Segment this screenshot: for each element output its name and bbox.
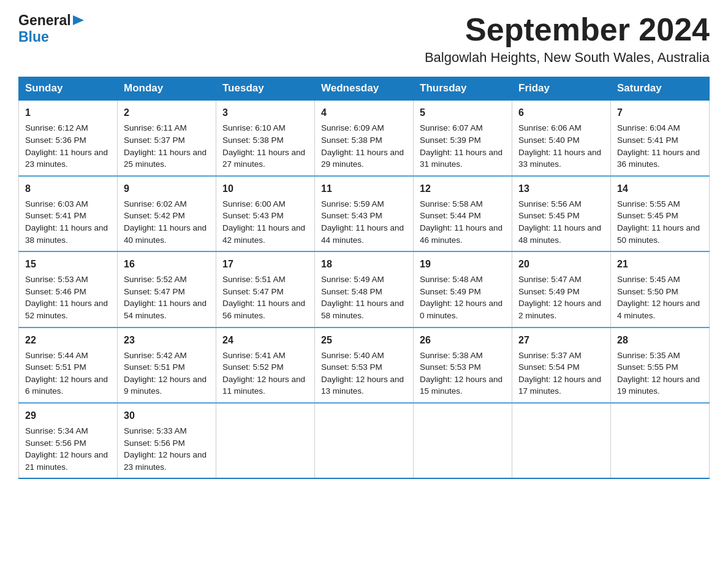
- daylight-text: Daylight: 11 hours and 52 minutes.: [25, 299, 108, 320]
- calendar-cell: 25Sunrise: 5:40 AMSunset: 5:53 PMDayligh…: [315, 327, 414, 403]
- daylight-text: Daylight: 11 hours and 50 minutes.: [617, 223, 700, 245]
- calendar-table: Sunday Monday Tuesday Wednesday Thursday…: [18, 77, 710, 479]
- calendar-cell: 23Sunrise: 5:42 AMSunset: 5:51 PMDayligh…: [118, 327, 216, 403]
- calendar-cell: 28Sunrise: 5:35 AMSunset: 5:55 PMDayligh…: [611, 327, 710, 403]
- sunrise-text: Sunrise: 5:55 AM: [617, 199, 680, 209]
- calendar-cell: 12Sunrise: 5:58 AMSunset: 5:44 PMDayligh…: [414, 176, 512, 251]
- sunset-text: Sunset: 5:55 PM: [617, 362, 678, 372]
- day-number: 24: [222, 333, 308, 347]
- day-number: 15: [25, 257, 111, 271]
- sunrise-text: Sunrise: 5:33 AM: [124, 426, 187, 435]
- daylight-text: Daylight: 12 hours and 2 minutes.: [518, 299, 601, 320]
- day-number: 25: [321, 333, 407, 347]
- calendar-cell: 17Sunrise: 5:51 AMSunset: 5:47 PMDayligh…: [216, 251, 315, 327]
- daylight-text: Daylight: 11 hours and 46 minutes.: [420, 223, 502, 245]
- daylight-text: Daylight: 11 hours and 27 minutes.: [222, 148, 305, 169]
- sunset-text: Sunset: 5:39 PM: [420, 136, 481, 145]
- calendar-cell: 3Sunrise: 6:10 AMSunset: 5:38 PMDaylight…: [216, 100, 315, 175]
- calendar-cell: 13Sunrise: 5:56 AMSunset: 5:45 PMDayligh…: [512, 176, 611, 251]
- daylight-text: Daylight: 12 hours and 17 minutes.: [518, 375, 601, 396]
- sunset-text: Sunset: 5:45 PM: [518, 211, 580, 220]
- col-monday: Monday: [118, 77, 216, 101]
- day-number: 6: [518, 105, 604, 120]
- calendar-cell: 11Sunrise: 5:59 AMSunset: 5:43 PMDayligh…: [315, 176, 414, 251]
- daylight-text: Daylight: 11 hours and 31 minutes.: [420, 148, 502, 169]
- calendar-cell: [512, 403, 611, 478]
- logo-triangle-icon: [73, 14, 84, 26]
- sunset-text: Sunset: 5:46 PM: [25, 287, 86, 296]
- page-container: General Blue September 2024 Balgowlah He…: [18, 12, 710, 479]
- sunset-text: Sunset: 5:50 PM: [617, 287, 678, 296]
- calendar-cell: 27Sunrise: 5:37 AMSunset: 5:54 PMDayligh…: [512, 327, 611, 403]
- daylight-text: Daylight: 12 hours and 9 minutes.: [124, 375, 207, 396]
- sunset-text: Sunset: 5:56 PM: [25, 439, 86, 448]
- day-number: 29: [25, 408, 111, 423]
- sunrise-text: Sunrise: 5:48 AM: [420, 275, 483, 284]
- sunrise-text: Sunrise: 5:41 AM: [222, 351, 286, 360]
- daylight-text: Daylight: 12 hours and 6 minutes.: [25, 375, 108, 396]
- sunrise-text: Sunrise: 5:56 AM: [518, 199, 582, 209]
- sunset-text: Sunset: 5:53 PM: [420, 362, 481, 372]
- sunrise-text: Sunrise: 6:07 AM: [420, 123, 483, 132]
- calendar-cell: [414, 403, 512, 478]
- day-number: 11: [321, 182, 407, 196]
- sunrise-text: Sunrise: 6:00 AM: [222, 199, 286, 209]
- daylight-text: Daylight: 12 hours and 4 minutes.: [617, 299, 700, 320]
- daylight-text: Daylight: 12 hours and 19 minutes.: [617, 375, 700, 396]
- col-friday: Friday: [512, 77, 611, 101]
- daylight-text: Daylight: 11 hours and 23 minutes.: [25, 148, 108, 169]
- week-row-3: 15Sunrise: 5:53 AMSunset: 5:46 PMDayligh…: [19, 251, 710, 327]
- col-saturday: Saturday: [611, 77, 710, 101]
- sunrise-text: Sunrise: 5:42 AM: [124, 351, 187, 360]
- daylight-text: Daylight: 11 hours and 40 minutes.: [124, 223, 207, 245]
- day-number: 16: [124, 257, 210, 271]
- day-number: 10: [222, 182, 308, 196]
- col-sunday: Sunday: [19, 77, 118, 101]
- day-number: 17: [222, 257, 308, 271]
- sunset-text: Sunset: 5:41 PM: [25, 211, 86, 220]
- calendar-cell: 22Sunrise: 5:44 AMSunset: 5:51 PMDayligh…: [19, 327, 118, 403]
- calendar-cell: [315, 403, 414, 478]
- calendar-cell: 4Sunrise: 6:09 AMSunset: 5:38 PMDaylight…: [315, 100, 414, 175]
- day-number: 1: [25, 105, 111, 120]
- day-number: 28: [617, 333, 703, 347]
- sunset-text: Sunset: 5:45 PM: [617, 211, 678, 220]
- sunrise-text: Sunrise: 5:52 AM: [124, 275, 187, 284]
- sunset-text: Sunset: 5:38 PM: [321, 136, 382, 145]
- sunset-text: Sunset: 5:49 PM: [518, 287, 580, 296]
- sunrise-text: Sunrise: 5:40 AM: [321, 351, 384, 360]
- daylight-text: Daylight: 12 hours and 11 minutes.: [222, 375, 305, 396]
- daylight-text: Daylight: 12 hours and 21 minutes.: [25, 450, 108, 472]
- daylight-text: Daylight: 11 hours and 33 minutes.: [518, 148, 601, 169]
- sunrise-text: Sunrise: 6:02 AM: [124, 199, 187, 209]
- calendar-cell: 8Sunrise: 6:03 AMSunset: 5:41 PMDaylight…: [19, 176, 118, 251]
- sunrise-text: Sunrise: 5:59 AM: [321, 199, 384, 209]
- daylight-text: Daylight: 11 hours and 44 minutes.: [321, 223, 404, 245]
- location-title: Balgowlah Heights, New South Wales, Aust…: [425, 50, 710, 66]
- calendar-body: 1Sunrise: 6:12 AMSunset: 5:36 PMDaylight…: [19, 100, 710, 478]
- day-number: 30: [124, 408, 210, 423]
- sunset-text: Sunset: 5:37 PM: [124, 136, 185, 145]
- sunset-text: Sunset: 5:44 PM: [420, 211, 481, 220]
- day-number: 2: [124, 105, 210, 120]
- calendar-cell: 19Sunrise: 5:48 AMSunset: 5:49 PMDayligh…: [414, 251, 512, 327]
- calendar-cell: 9Sunrise: 6:02 AMSunset: 5:42 PMDaylight…: [118, 176, 216, 251]
- sunset-text: Sunset: 5:40 PM: [518, 136, 580, 145]
- logo-general-text: General: [18, 12, 71, 29]
- day-number: 9: [124, 182, 210, 196]
- day-number: 22: [25, 333, 111, 347]
- sunrise-text: Sunrise: 5:58 AM: [420, 199, 483, 209]
- sunset-text: Sunset: 5:36 PM: [25, 136, 86, 145]
- calendar-cell: [611, 403, 710, 478]
- sunrise-text: Sunrise: 6:03 AM: [25, 199, 88, 209]
- sunrise-text: Sunrise: 5:35 AM: [617, 351, 680, 360]
- calendar-cell: 18Sunrise: 5:49 AMSunset: 5:48 PMDayligh…: [315, 251, 414, 327]
- sunset-text: Sunset: 5:49 PM: [420, 287, 481, 296]
- sunset-text: Sunset: 5:56 PM: [124, 439, 185, 448]
- calendar-cell: 10Sunrise: 6:00 AMSunset: 5:43 PMDayligh…: [216, 176, 315, 251]
- calendar-cell: 5Sunrise: 6:07 AMSunset: 5:39 PMDaylight…: [414, 100, 512, 175]
- sunset-text: Sunset: 5:42 PM: [124, 211, 185, 220]
- calendar-cell: 20Sunrise: 5:47 AMSunset: 5:49 PMDayligh…: [512, 251, 611, 327]
- sunrise-text: Sunrise: 5:34 AM: [25, 426, 88, 435]
- day-number: 21: [617, 257, 703, 271]
